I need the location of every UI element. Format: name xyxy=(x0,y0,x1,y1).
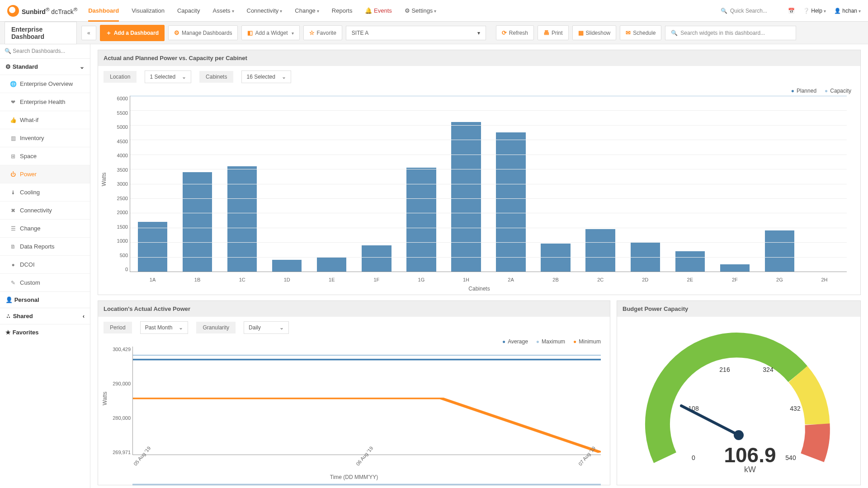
panel-filters: Period Past Month⌄ Granularity Daily⌄ xyxy=(98,317,610,338)
nav-reports[interactable]: Reports xyxy=(332,7,353,14)
panel-budget-power: Budget Power Capacity 0 108 216 324 432 … xyxy=(617,300,861,485)
power-icon: ⏻ xyxy=(10,171,16,178)
sidebar-item-whatif[interactable]: 👍What-if xyxy=(0,111,90,129)
granularity-label: Granularity xyxy=(196,322,236,333)
chevron-down-icon xyxy=(290,30,294,36)
collapse-sidebar-button[interactable]: « xyxy=(81,26,96,40)
chevron-down-icon xyxy=(857,8,861,14)
svg-line-6 xyxy=(681,406,739,435)
chevron-down-icon xyxy=(231,7,234,14)
mail-icon: ✉ xyxy=(626,29,631,36)
sidebar-item-enterprise-health[interactable]: ❤Enterprise Health xyxy=(0,93,90,111)
chevron-down-icon xyxy=(278,7,282,14)
panel-actual-active-power: Location's Actual Active Power Period Pa… xyxy=(98,300,610,485)
sidebar-item-connectivity[interactable]: ✖Connectivity xyxy=(0,201,90,219)
plot-area: 1A1B1C1D1E1F1G1H2A2B2C2D2E2F2G2H xyxy=(130,96,847,272)
svg-text:540: 540 xyxy=(785,454,796,461)
shuffle-icon: ✖ xyxy=(10,207,16,214)
gear-icon: ⚙ xyxy=(174,29,179,36)
legend-maximum[interactable]: Maximum xyxy=(536,338,565,345)
refresh-button[interactable]: ⟳Refresh xyxy=(496,25,534,40)
slideshow-button[interactable]: ▦Slideshow xyxy=(572,25,617,40)
help-menu[interactable]: ❔ Help xyxy=(803,8,826,14)
add-dashboard-button[interactable]: ＋Add a Dashboard xyxy=(100,25,165,41)
nav-settings[interactable]: ⚙ Settings xyxy=(405,7,437,14)
sidebar-item-dcoi[interactable]: ●DCOI xyxy=(0,255,90,273)
sidebar-group-personal[interactable]: 👤 Personal xyxy=(0,291,90,308)
panel-title: Budget Power Capacity xyxy=(617,301,860,317)
slideshow-icon: ▦ xyxy=(578,29,584,36)
schedule-button[interactable]: ✉Schedule xyxy=(620,25,661,40)
chevron-left-icon: ‹ xyxy=(83,313,85,319)
manage-dashboards-button[interactable]: ⚙Manage Dashboards xyxy=(168,25,238,40)
chevron-down-icon xyxy=(822,8,826,14)
nav-connectivity[interactable]: Connectivity xyxy=(247,7,283,14)
legend-planned[interactable]: Planned xyxy=(791,88,816,94)
cabinets-select[interactable]: 16 Selected⌄ xyxy=(241,70,291,83)
document-icon: 🗎 xyxy=(10,244,16,250)
sunbird-logo-icon xyxy=(7,5,19,17)
sidebar-item-cooling[interactable]: 🌡Cooling xyxy=(0,183,90,201)
svg-text:432: 432 xyxy=(790,405,801,412)
location-select[interactable]: 1 Selected⌄ xyxy=(145,70,191,83)
nav-dashboard[interactable]: Dashboard xyxy=(88,7,119,22)
widget-search[interactable]: 🔍Search widgets in this dashboard... xyxy=(665,26,796,40)
print-button[interactable]: 🖶Print xyxy=(538,25,569,40)
add-widget-button[interactable]: ◧Add a Widget xyxy=(241,25,299,40)
sidebar-item-inventory[interactable]: ▥Inventory xyxy=(0,129,90,147)
granularity-select[interactable]: Daily⌄ xyxy=(244,321,289,334)
nav-capacity[interactable]: Capacity xyxy=(177,7,200,14)
svg-point-7 xyxy=(734,430,744,440)
sidebar-group-shared[interactable]: ⛬ Shared‹ xyxy=(0,308,90,324)
y-ticks: 6000550050004500400035003000250020001500… xyxy=(112,96,128,272)
line-chart: Watts 300,429290,000280,000269,971 05 Au… xyxy=(98,347,610,482)
brand: Sunbird® dcTrack® xyxy=(7,5,77,17)
widget-icon: ◧ xyxy=(247,29,253,36)
nav-assets[interactable]: Assets xyxy=(212,7,234,14)
legend-minimum[interactable]: Minimum xyxy=(573,338,601,345)
nav-visualization[interactable]: Visualization xyxy=(132,7,165,14)
x-ticks: 05 Aug '1906 Aug '1907 Aug '19 xyxy=(132,463,601,469)
sidebar-item-enterprise-overview[interactable]: 🌐Enterprise Overview xyxy=(0,75,90,93)
sidebar-item-space[interactable]: ⊞Space xyxy=(0,147,90,165)
x-axis-label: Time (DD MMM'YY) xyxy=(330,474,378,480)
y-axis-label: Watts xyxy=(102,392,108,405)
favorite-button[interactable]: ☆Favorite xyxy=(303,25,342,40)
chevron-down-icon xyxy=(316,7,319,14)
top-right: 🔍Quick Search... 📅 ❔ Help 👤 hchan xyxy=(717,5,861,16)
calendar-icon[interactable]: 📅 xyxy=(788,8,795,14)
chevron-down-icon xyxy=(433,7,436,14)
chart2-legend: Average Maximum Minimum xyxy=(98,338,610,347)
y-ticks: 300,429290,000280,000269,971 xyxy=(112,347,131,455)
nav-events[interactable]: 🔔 Events xyxy=(365,7,392,14)
print-icon: 🖶 xyxy=(543,29,549,36)
period-select[interactable]: Past Month⌄ xyxy=(140,321,189,334)
thumbs-icon: 👍 xyxy=(10,117,16,123)
sidebar-group-standard[interactable]: ⚙ Standard⌄ xyxy=(0,58,90,75)
location-label: Location xyxy=(104,71,137,83)
pencil-icon: ✎ xyxy=(10,280,16,286)
legend-capacity[interactable]: Capacity xyxy=(825,88,851,94)
sidebar-item-data-reports[interactable]: 🗎Data Reports xyxy=(0,237,90,255)
chart1-legend: Planned Capacity xyxy=(98,88,860,96)
overview-chart[interactable] xyxy=(132,482,601,488)
svg-text:106.9: 106.9 xyxy=(724,443,776,467)
chevron-down-icon: ⌄ xyxy=(80,63,85,70)
plot-area xyxy=(132,347,601,455)
cabinets-label: Cabinets xyxy=(199,71,233,83)
sidebar-item-custom[interactable]: ✎Custom xyxy=(0,273,90,291)
quick-search[interactable]: 🔍Quick Search... xyxy=(717,5,780,16)
chevron-down-icon: ▾ xyxy=(477,30,480,36)
dashboard-title: Enterprise Dashboard xyxy=(5,22,77,44)
sidebar-group-favorites[interactable]: ★ Favorites xyxy=(0,324,90,340)
sidebar-item-change[interactable]: ☰Change xyxy=(0,219,90,237)
svg-text:324: 324 xyxy=(763,366,774,373)
user-menu[interactable]: 👤 hchan xyxy=(834,8,861,14)
svg-text:216: 216 xyxy=(719,366,730,373)
dot-icon: ● xyxy=(10,262,16,268)
legend-average[interactable]: Average xyxy=(502,338,528,345)
sidebar-item-power[interactable]: ⏻Power xyxy=(0,165,90,183)
site-selector[interactable]: SITE A▾ xyxy=(346,26,486,40)
nav-change[interactable]: Change xyxy=(295,7,319,14)
sidebar-search[interactable]: 🔍 Search Dashboards... xyxy=(0,44,90,58)
